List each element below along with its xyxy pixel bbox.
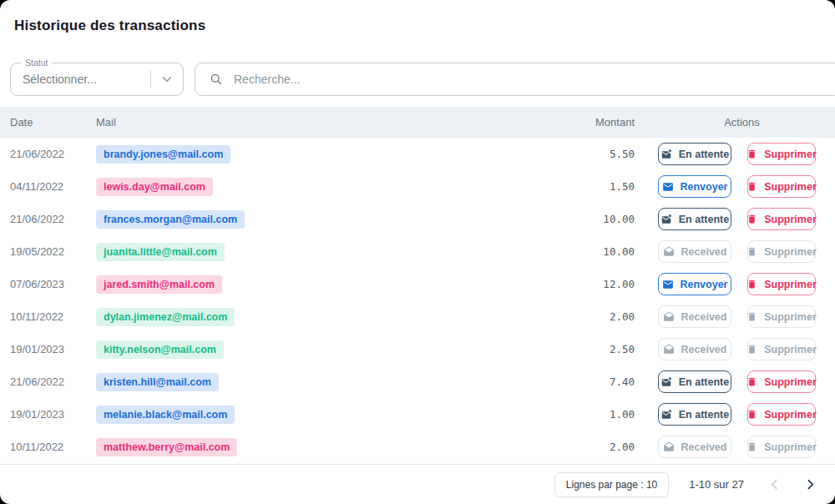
- status-action-button[interactable]: Received: [658, 338, 731, 360]
- transaction-amount: 2.00: [514, 441, 635, 453]
- transaction-amount: 5.50: [514, 148, 635, 160]
- trash-icon: [746, 149, 757, 159]
- delete-button[interactable]: Supprimer: [747, 208, 816, 230]
- delete-button[interactable]: Supprimer: [747, 143, 816, 165]
- chevron-left-icon[interactable]: [767, 477, 782, 491]
- search-box: [195, 63, 835, 96]
- trash-icon: [746, 246, 757, 257]
- status-select-value: Sélectionner...: [23, 73, 150, 86]
- status-action-button[interactable]: Renvoyer: [658, 175, 731, 198]
- mark-email-unread-icon: [660, 376, 672, 388]
- status-action-button[interactable]: Received: [658, 240, 731, 263]
- trash-icon: [746, 409, 757, 420]
- transaction-amount: 12.00: [514, 278, 635, 290]
- table-row: 10/11/2022 matthew.berry@mail.com 2.00 R…: [0, 431, 835, 463]
- table-row: 10/11/2022 dylan.jimenez@mail.com 2.00 R…: [0, 300, 835, 333]
- trash-icon: [746, 311, 757, 322]
- transaction-date: 19/01/2023: [10, 343, 96, 355]
- email-badge: lewis.day@mail.com: [96, 178, 213, 196]
- transaction-date: 21/06/2022: [10, 148, 96, 160]
- email-badge: brandy.jones@mail.com: [96, 145, 230, 164]
- status-action-label: Received: [681, 311, 727, 323]
- column-header-mail: Mail: [96, 116, 514, 129]
- table-row: 21/06/2022 kristen.hill@mail.com 7.40 En…: [0, 365, 835, 398]
- filters-bar: Statut Sélectionner...: [10, 63, 835, 96]
- delete-button[interactable]: Supprimer: [747, 436, 816, 458]
- drafts-icon: [663, 441, 675, 453]
- table-row: 19/01/2023 kitty.nelson@mail.com 2.50 Re…: [0, 333, 835, 365]
- table-row: 19/01/2023 melanie.black@mail.com 1.00 E…: [0, 398, 835, 431]
- transaction-amount: 10.00: [514, 245, 635, 258]
- status-select-label: Statut: [21, 58, 52, 68]
- delete-button-label: Supprimer: [764, 344, 817, 355]
- search-input[interactable]: [234, 73, 835, 86]
- email-badge: kristen.hill@mail.com: [96, 373, 219, 391]
- delete-button-label: Supprimer: [764, 311, 817, 323]
- status-action-label: En attente: [679, 376, 729, 388]
- table-row: 04/11/2022 lewis.day@mail.com 1.50 Renvo…: [0, 170, 835, 203]
- delete-button-label: Supprimer: [764, 441, 817, 453]
- mark-email-unread-icon: [660, 149, 672, 160]
- status-action-button[interactable]: Received: [658, 436, 731, 458]
- delete-button[interactable]: Supprimer: [747, 175, 816, 198]
- status-action-button[interactable]: En attente: [658, 403, 731, 426]
- delete-button[interactable]: Supprimer: [747, 240, 816, 263]
- chevron-down-icon[interactable]: [158, 72, 176, 87]
- status-action-button[interactable]: Received: [658, 305, 731, 328]
- page-title: Historique des transactions: [14, 18, 205, 34]
- status-action-label: En attente: [679, 409, 729, 421]
- trash-icon: [746, 441, 757, 452]
- transaction-amount: 10.00: [514, 213, 635, 225]
- pager: [767, 477, 817, 491]
- status-action-label: Received: [681, 441, 727, 453]
- status-action-label: Renvoyer: [681, 279, 728, 290]
- delete-button-label: Supprimer: [764, 279, 817, 290]
- table-footer: Lignes par page : 10 1-10 sur 27: [0, 464, 835, 504]
- table-row: 21/06/2022 frances.morgan@mail.com 10.00…: [0, 203, 835, 235]
- delete-button-label: Supprimer: [764, 149, 817, 160]
- chevron-right-icon[interactable]: [803, 477, 817, 491]
- transaction-date: 04/11/2022: [10, 180, 96, 193]
- transaction-date: 19/01/2023: [10, 408, 96, 421]
- status-action-button[interactable]: En attente: [658, 143, 731, 165]
- email-badge: frances.morgan@mail.com: [96, 210, 245, 229]
- trash-icon: [746, 376, 757, 387]
- trash-icon: [746, 344, 757, 355]
- delete-button[interactable]: Supprimer: [747, 370, 816, 393]
- status-action-label: En attente: [679, 214, 729, 225]
- delete-button-label: Supprimer: [764, 409, 817, 421]
- delete-button[interactable]: Supprimer: [747, 273, 816, 295]
- transaction-date: 19/05/2022: [10, 245, 96, 258]
- delete-button-label: Supprimer: [764, 246, 817, 258]
- transaction-date: 07/06/2023: [10, 278, 96, 290]
- table-body: 21/06/2022 brandy.jones@mail.com 5.50 En…: [0, 138, 835, 463]
- delete-button-label: Supprimer: [764, 181, 817, 193]
- status-select[interactable]: Statut Sélectionner...: [10, 63, 184, 96]
- trash-icon: [746, 214, 757, 224]
- email-badge: juanita.little@mail.com: [96, 243, 225, 261]
- status-action-button[interactable]: En attente: [658, 370, 731, 393]
- drafts-icon: [663, 246, 675, 258]
- transactions-page: Historique des transactions Statut Sélec…: [0, 0, 835, 504]
- delete-button[interactable]: Supprimer: [747, 403, 816, 426]
- table-row: 19/05/2022 juanita.little@mail.com 10.00…: [0, 235, 835, 268]
- drafts-icon: [663, 344, 675, 355]
- delete-button[interactable]: Supprimer: [747, 305, 816, 328]
- table-header: Date Mail Montant Actions: [0, 107, 835, 138]
- mark-email-unread-icon: [660, 409, 672, 421]
- email-badge: melanie.black@mail.com: [96, 406, 235, 424]
- status-select-divider: [150, 71, 151, 88]
- status-action-button[interactable]: Renvoyer: [658, 273, 731, 295]
- rows-per-page-select[interactable]: Lignes par page : 10: [554, 472, 669, 497]
- delete-button-label: Supprimer: [764, 214, 817, 225]
- drafts-icon: [663, 311, 675, 323]
- status-action-button[interactable]: En attente: [658, 208, 731, 230]
- delete-button[interactable]: Supprimer: [747, 338, 816, 360]
- transaction-date: 21/06/2022: [10, 213, 96, 225]
- search-icon: [210, 73, 223, 86]
- table-row: 21/06/2022 brandy.jones@mail.com 5.50 En…: [0, 138, 835, 170]
- delete-button-label: Supprimer: [764, 376, 817, 388]
- table-row: 07/06/2023 jared.smith@mail.com 12.00 Re…: [0, 268, 835, 300]
- transaction-amount: 2.50: [514, 343, 635, 355]
- email-badge: jared.smith@mail.com: [96, 275, 222, 294]
